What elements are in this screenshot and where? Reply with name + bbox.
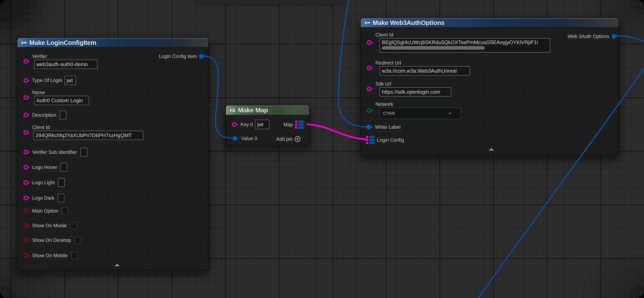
key-0-input[interactable]: jwt (255, 120, 269, 129)
pin-login-config-item-out[interactable] (199, 54, 206, 58)
collapse-chevron[interactable] (115, 264, 119, 268)
client-id-input[interactable]: 294QRkchfq2YaXUbPri7D6PH7xzHgQMT (33, 131, 143, 140)
wire-web3authoptions-out-glow (616, 36, 644, 42)
offscreen-node-bottom (195, 0, 344, 4)
verifier-input[interactable]: web3auth-auth0-demo (34, 60, 98, 69)
node-make-loginconfigitem-header[interactable]: Make LoginConfigItem (18, 38, 208, 47)
pin-white-label[interactable] (366, 125, 373, 129)
pin-row-client-id3: Client Id BEglQSgt4cUWcj6SKRdu5QkOXTsePm… (367, 32, 550, 52)
pin-value-0[interactable] (232, 136, 239, 141)
pin-row-web3auth-options-out: Web 3Auth Options (568, 34, 618, 39)
pin-client-id3[interactable] (367, 40, 373, 45)
node-make-map-header[interactable]: Make Map (226, 106, 309, 115)
pin-verifier-sub-identifier[interactable] (24, 150, 30, 154)
pin-network[interactable] (367, 108, 373, 113)
make-struct-icon (364, 22, 370, 24)
pin-name[interactable] (24, 95, 30, 100)
logo-dark-input[interactable] (58, 194, 64, 202)
pin-description[interactable] (24, 113, 30, 117)
collapse-chevron[interactable] (490, 148, 493, 152)
wire-map-to-loginconfig-glow (308, 124, 366, 140)
sdk-url-input[interactable]: https://sdk.openlogin.com (380, 87, 451, 96)
description-input[interactable] (60, 111, 66, 120)
pin-logo-dark[interactable] (24, 196, 30, 200)
pin-key-0[interactable] (232, 122, 238, 127)
chevron-down-icon (448, 111, 451, 114)
pin-logo-light[interactable] (24, 180, 30, 185)
pin-row-name: Name Auth0 Custom Login (24, 90, 89, 105)
pin-login-config[interactable] (366, 136, 375, 144)
pin-row-logo-hover: Logo Hover (24, 163, 67, 172)
pin-row-redirect-url: Redirect Url w3a://com.w3a.Web3AuthUnrea… (367, 60, 470, 76)
pin-row-sdk-url: Sdk Url https://sdk.openlogin.com (367, 82, 451, 96)
pin-sdk-url[interactable] (367, 87, 373, 91)
wire-map-to-loginconfig (308, 124, 366, 140)
node-make-web3authoptions[interactable]: Make Web3AuthOptions Client Id BEglQSgt4… (360, 18, 619, 156)
show-on-desktop-checkbox[interactable] (74, 237, 81, 244)
node-title: Make Web3AuthOptions (373, 20, 444, 26)
add-pin-icon: + (295, 136, 300, 142)
pin-row-client-id: Client Id 294QRkchfq2YaXUbPri7D6PH7xzHgQ… (24, 125, 143, 140)
show-on-modal-checkbox[interactable] (70, 222, 77, 229)
node-make-web3authoptions-header[interactable]: Make Web3AuthOptions (361, 18, 618, 27)
client-id3-scrollbar[interactable] (382, 46, 485, 50)
pin-row-login-config: Login Config (366, 136, 404, 144)
node-title: Make LoginConfigItem (29, 40, 96, 46)
pin-row-logo-light: Logo Light (24, 178, 65, 187)
pin-web3auth-options-out[interactable] (612, 34, 618, 39)
node-make-map[interactable]: Make Map Key 0 jwt Map Value 0 Add pin + (226, 105, 310, 145)
redirect-url-input[interactable]: w3a://com.w3a.Web3AuthUnreal (380, 66, 470, 76)
pin-row-white-label: White Label (366, 125, 400, 129)
pin-row-value-0: Value 0 (232, 136, 257, 141)
pin-row-verifier-sub-identifier: Verifier Sub Identifier (24, 148, 87, 156)
logo-light-input[interactable] (58, 178, 65, 187)
pin-row-map-out: Map (284, 120, 304, 128)
main-option-checkbox[interactable] (62, 208, 68, 214)
pin-label: Verifier (32, 54, 98, 59)
pin-row-show-on-modal: Show On Modal (24, 221, 77, 230)
type-of-login-input[interactable]: jwt (64, 76, 76, 85)
pin-client-id[interactable] (24, 130, 30, 135)
pin-show-on-mobile[interactable] (24, 253, 30, 258)
add-pin-button[interactable]: Add pin + (276, 136, 300, 142)
pin-main-option[interactable] (24, 208, 30, 213)
pin-show-on-modal[interactable] (24, 223, 30, 228)
node-make-loginconfigitem[interactable]: Make LoginConfigItem Verifier web3auth-a… (17, 38, 208, 270)
pin-row-network: Network CYAN (367, 102, 461, 119)
pin-row-main-option: Main Option (24, 206, 68, 215)
pin-redirect-url[interactable] (367, 66, 373, 70)
pin-logo-hover[interactable] (24, 165, 30, 170)
wire-web3authoptions-out (616, 36, 644, 42)
client-id3-input[interactable]: BEglQSgt4cUWcj6SKRdu5QkOXTsePmMcusG5EAoy… (380, 38, 550, 52)
make-map-icon (229, 109, 235, 112)
pin-row-logo-dark: Logo Dark (24, 194, 64, 202)
pin-row-login-config-item-out: Login Config Item (159, 54, 206, 58)
pin-row-type-of-login: Type Of Login jwt (24, 76, 76, 85)
pin-row-show-on-mobile: Show On Mobile (24, 251, 78, 260)
pin-row-verifier: Verifier web3auth-auth0-demo (24, 54, 98, 69)
blueprint-graph-canvas[interactable]: Make LoginConfigItem Verifier web3auth-a… (0, 0, 644, 298)
pin-row-key-0: Key 0 jwt (232, 120, 269, 129)
show-on-mobile-checkbox[interactable] (71, 252, 78, 259)
logo-hover-input[interactable] (60, 163, 67, 172)
pin-type-of-login[interactable] (24, 78, 30, 83)
network-dropdown[interactable]: CYAN (380, 108, 461, 119)
pin-map-out[interactable] (295, 121, 304, 128)
make-struct-icon (21, 42, 26, 44)
pin-row-description: Description (24, 111, 66, 120)
name-input[interactable]: Auth0 Custom Login (34, 96, 89, 105)
pin-verifier[interactable] (24, 59, 30, 64)
pin-row-show-on-desktop: Show On Desktop (24, 236, 81, 244)
pin-show-on-desktop[interactable] (24, 238, 30, 242)
node-title: Make Map (238, 107, 268, 114)
verifier-sub-identifier-input[interactable] (80, 148, 87, 156)
